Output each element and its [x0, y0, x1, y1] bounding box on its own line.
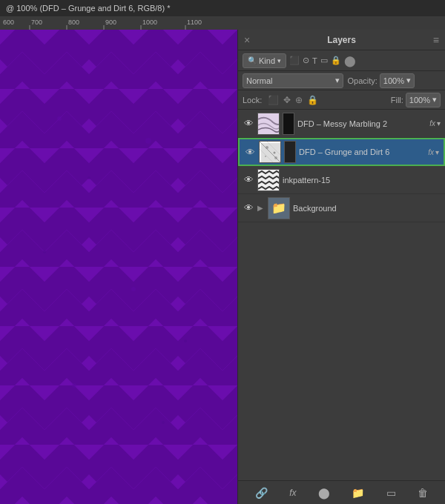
layers-list[interactable]: 👁 DFD – Messy Marbling 2 fx ▾ [238, 110, 445, 480]
ruler-svg: 600 700 800 900 1000 1100 [0, 16, 237, 30]
layer-visibility-toggle[interactable]: 👁 [243, 174, 254, 186]
shape-filter-icon[interactable]: ▭ [320, 56, 328, 65]
dot-filter-icon[interactable]: ⬤ [344, 55, 356, 67]
layer-visibility-toggle[interactable]: 👁 [243, 118, 254, 130]
delete-layer-icon[interactable]: 🗑 [415, 485, 431, 500]
panel-footer: 🔗 fx ⬤ 📁 ▭ 🗑 [238, 480, 445, 504]
layer-fx-badge[interactable]: fx ▾ [429, 119, 441, 127]
svg-text:1000: 1000 [142, 19, 157, 26]
fill-value-text: 100% [409, 96, 430, 105]
svg-rect-22 [258, 113, 280, 135]
table-row[interactable]: 👁 DFD – Messy Marbling 2 fx ▾ [238, 110, 445, 138]
layer-name: DFD – Grunge and Dirt 6 [299, 147, 425, 156]
eye-icon: 👁 [244, 202, 254, 213]
svg-text:600: 600 [3, 19, 14, 26]
svg-rect-12 [0, 30, 237, 504]
kind-dropdown[interactable]: 🔍 Kind ▾ [243, 53, 286, 68]
fx-label: fx [428, 148, 434, 156]
svg-point-30 [265, 156, 266, 157]
svg-rect-32 [258, 170, 280, 191]
folder-icon: 📁 [271, 201, 286, 215]
group-expand-arrow[interactable]: ▶ [257, 204, 263, 212]
adjustment-filter-icon[interactable]: ⊙ [303, 56, 309, 65]
opacity-chevron-icon: ▾ [406, 76, 411, 85]
opacity-row: Opacity: 100% ▾ [348, 73, 441, 88]
panel-title: Layers [327, 35, 356, 45]
layer-visibility-toggle[interactable]: 👁 [244, 146, 256, 158]
blend-opacity-row: Normal ▾ Opacity: 100% ▾ [238, 71, 445, 90]
opacity-value-text: 100% [383, 76, 404, 85]
kind-chevron-icon: ▾ [277, 57, 281, 64]
fill-chevron-icon: ▾ [432, 95, 437, 105]
layer-thumbnail: 📁 [268, 197, 290, 219]
kind-label-text: Kind [259, 56, 275, 65]
svg-point-28 [266, 146, 268, 149]
fx-chevron-icon: ▾ [435, 148, 439, 156]
lock-pixels-icon[interactable]: ⬛ [268, 95, 279, 105]
layers-panel: × Layers ≡ 🔍 Kind ▾ ⬛ ⊙ T ▭ 🔒 ⬤ Normal [237, 30, 445, 504]
lock-position-icon[interactable]: ⊕ [295, 95, 303, 105]
fill-label: Fill: [391, 96, 403, 105]
svg-point-14 [88, 176, 90, 179]
layer-thumbnail [257, 169, 280, 191]
fill-input[interactable]: 100% ▾ [406, 93, 441, 107]
layer-thumbnail [259, 141, 281, 163]
panel-header: × Layers ≡ [238, 30, 445, 50]
add-fx-icon[interactable]: fx [286, 486, 299, 500]
filter-icons: ⬛ ⊙ T ▭ 🔒 ⬤ [289, 55, 356, 67]
svg-point-18 [184, 339, 187, 342]
svg-point-15 [145, 138, 151, 144]
eye-icon: 👁 [245, 147, 255, 158]
link-layers-icon[interactable]: 🔗 [252, 485, 271, 500]
table-row[interactable]: 👁 inkpattern-15 [238, 166, 445, 194]
search-bar: 🔍 Kind ▾ ⬛ ⊙ T ▭ 🔒 ⬤ [238, 50, 445, 71]
blend-chevron-icon: ▾ [335, 76, 340, 85]
smart-filter-icon[interactable]: 🔒 [331, 56, 341, 65]
fx-label: fx [429, 119, 435, 127]
svg-point-20 [162, 421, 165, 424]
main-area: × Layers ≡ 🔍 Kind ▾ ⬛ ⊙ T ▭ 🔒 ⬤ Normal [0, 30, 445, 504]
opacity-label: Opacity: [348, 76, 378, 85]
fx-chevron-icon: ▾ [437, 119, 441, 127]
lock-all-icon[interactable]: 🔒 [307, 95, 318, 105]
layer-fx-badge[interactable]: fx ▾ [428, 148, 439, 156]
panel-menu-icon[interactable]: ≡ [433, 34, 439, 46]
eye-icon: 👁 [244, 118, 254, 129]
layer-visibility-toggle[interactable]: 👁 [243, 202, 254, 214]
layer-name: DFD – Messy Marbling 2 [297, 119, 426, 128]
lock-icons-group: ⬛ ✥ ⊕ 🔒 [268, 95, 318, 105]
marble-thumb-svg [258, 113, 280, 135]
lock-image-icon[interactable]: ✥ [283, 95, 291, 105]
svg-text:800: 800 [68, 19, 79, 26]
blend-mode-value: Normal [246, 76, 272, 85]
svg-point-17 [131, 287, 136, 291]
ink-thumb-svg [258, 170, 280, 191]
table-row[interactable]: 👁 DFD – [238, 138, 445, 166]
canvas-pattern-overlay [0, 30, 237, 504]
type-filter-icon[interactable]: T [312, 56, 317, 65]
new-layer-icon[interactable]: ▭ [383, 485, 399, 500]
layer-name: inkpattern-15 [283, 176, 441, 185]
eye-icon: 👁 [244, 174, 254, 185]
svg-text:900: 900 [105, 19, 116, 26]
panel-close-icon[interactable]: × [244, 34, 250, 46]
svg-point-31 [274, 156, 277, 159]
layer-mask-thumbnail [284, 141, 296, 163]
table-row[interactable]: 👁 ▶ 📁 Background [238, 194, 445, 222]
pixel-filter-icon[interactable]: ⬛ [289, 56, 300, 65]
layer-mask-thumbnail [283, 113, 294, 135]
lock-fill-row: Lock: ⬛ ✥ ⊕ 🔒 Fill: 100% ▾ [238, 90, 445, 110]
layer-name: Background [293, 204, 441, 213]
new-group-icon[interactable]: 📁 [349, 485, 367, 500]
svg-point-13 [57, 116, 62, 121]
add-mask-icon[interactable]: ⬤ [315, 485, 333, 500]
grunge-thumb-svg [260, 142, 281, 163]
document-title: @ 100% (DFD – Grunge and Dirt 6, RGB/8) … [6, 4, 170, 13]
svg-point-16 [43, 251, 46, 253]
blend-mode-dropdown[interactable]: Normal ▾ [243, 73, 343, 88]
canvas-ruler: 600 700 800 900 1000 1100 [0, 16, 445, 30]
opacity-input[interactable]: 100% ▾ [380, 73, 415, 88]
title-bar: @ 100% (DFD – Grunge and Dirt 6, RGB/8) … [0, 0, 445, 16]
svg-text:1100: 1100 [187, 19, 202, 26]
fill-row: Fill: 100% ▾ [391, 93, 441, 107]
